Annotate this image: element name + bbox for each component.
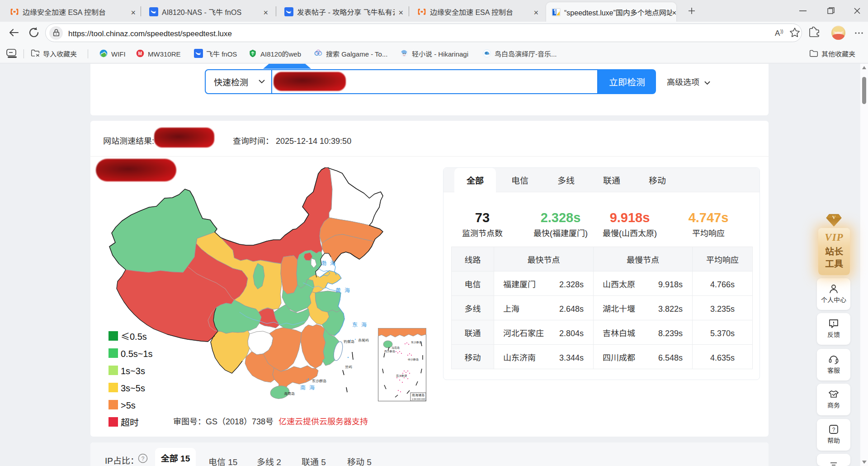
svg-text:?: ? — [832, 427, 835, 433]
svg-text:东沙群岛: 东沙群岛 — [411, 340, 422, 344]
svg-text:东海: 东海 — [352, 320, 370, 328]
svg-text:中沙群岛: 中沙群岛 — [408, 357, 419, 361]
svg-text:黄海: 黄海 — [335, 286, 354, 294]
svg-text:海南岛: 海南岛 — [284, 391, 295, 396]
svg-text:渤海: 渤海 — [321, 259, 339, 266]
svg-text:V: V — [832, 215, 836, 220]
svg-text:兰屿: 兰屿 — [345, 364, 352, 369]
svg-text:?: ? — [142, 456, 145, 462]
svg-text:赤尾屿: 赤尾屿 — [358, 338, 369, 342]
svg-text:M: M — [138, 51, 142, 56]
svg-text:南海诸岛: 南海诸岛 — [412, 393, 425, 397]
svg-text:A: A — [775, 29, 780, 38]
svg-text:)): )) — [780, 29, 783, 34]
svg-text:1:64 000 000: 1:64 000 000 — [412, 398, 425, 400]
svg-text:南沙群岛: 南沙群岛 — [396, 374, 407, 378]
svg-text:钓鱼岛: 钓鱼岛 — [344, 339, 354, 344]
svg-text:西沙群岛: 西沙群岛 — [384, 349, 395, 353]
svg-text:南海: 南海 — [300, 383, 318, 391]
svg-text:东沙群岛: 东沙群岛 — [312, 378, 326, 383]
